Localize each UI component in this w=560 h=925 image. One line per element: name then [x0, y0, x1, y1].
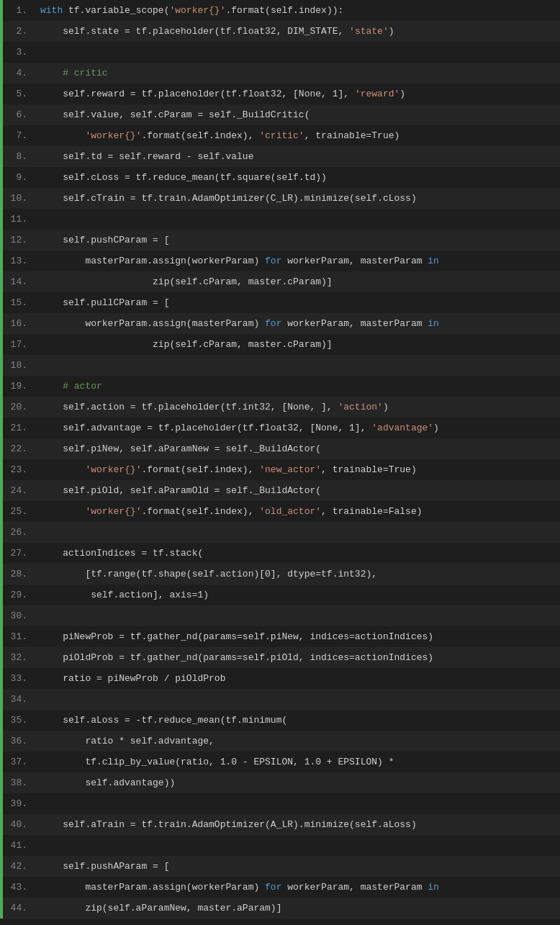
code-line-26: 26. — [0, 522, 560, 543]
line-number-27: 27. — [3, 543, 33, 564]
line-content-5: self.reward = tf.placeholder(tf.float32,… — [33, 84, 560, 104]
code-line-18: 18. — [0, 355, 560, 376]
code-line-32: 32. piOldProb = tf.gather_nd(params=self… — [0, 647, 560, 668]
line-number-21: 21. — [3, 418, 33, 438]
line-content-28: [tf.range(tf.shape(self.action)[0], dtyp… — [33, 564, 560, 585]
code-line-33: 33. ratio = piNewProb / piOldProb — [0, 668, 560, 689]
line-content-16: workerParam.assign(masterParam) for work… — [33, 313, 560, 334]
line-number-16: 16. — [3, 313, 33, 334]
code-line-14: 14. zip(self.cParam, master.cParam)] — [0, 271, 560, 292]
code-line-36: 36. ratio * self.advantage, — [0, 731, 560, 752]
code-line-7: 7. 'worker{}'.format(self.index), 'criti… — [0, 125, 560, 146]
line-content-6: self.value, self.cParam = self._BuildCri… — [33, 104, 560, 125]
code-line-25: 25. 'worker{}'.format(self.index), 'old_… — [0, 501, 560, 522]
code-line-12: 12. self.pushCParam = [ — [0, 230, 560, 251]
code-line-20: 20. self.action = tf.placeholder(tf.int3… — [0, 397, 560, 418]
line-content-38: self.advantage)) — [33, 772, 560, 793]
line-number-31: 31. — [3, 626, 33, 647]
code-line-24: 24. self.piOld, self.aParamOld = self._B… — [0, 480, 560, 501]
code-line-11: 11. — [0, 209, 560, 230]
line-number-18: 18. — [3, 355, 33, 376]
code-line-2: 2. self.state = tf.placeholder(tf.float3… — [0, 21, 560, 42]
line-number-38: 38. — [3, 772, 33, 793]
line-content-40: self.aTrain = tf.train.AdamOptimizer(A_L… — [33, 814, 560, 835]
line-number-19: 19. — [3, 376, 33, 397]
code-line-13: 13. masterParam.assign(workerParam) for … — [0, 251, 560, 271]
line-content-43: masterParam.assign(workerParam) for work… — [33, 877, 560, 898]
code-line-1: 1. with tf.variable_scope('worker{}'.for… — [0, 0, 560, 21]
code-line-38: 38. self.advantage)) — [0, 772, 560, 793]
line-content-14: zip(self.cParam, master.cParam)] — [33, 271, 560, 292]
line-number-30: 30. — [3, 605, 33, 626]
line-content-17: zip(self.cParam, master.cParam)] — [33, 334, 560, 355]
line-number-17: 17. — [3, 334, 33, 355]
line-content-12: self.pushCParam = [ — [33, 230, 560, 251]
code-line-40: 40. self.aTrain = tf.train.AdamOptimizer… — [0, 814, 560, 835]
line-number-32: 32. — [3, 647, 33, 668]
line-number-9: 9. — [3, 167, 33, 188]
code-line-44: 44. zip(self.aParamNew, master.aParam)] — [0, 898, 560, 919]
line-number-20: 20. — [3, 397, 33, 418]
line-number-34: 34. — [3, 689, 33, 710]
line-number-4: 4. — [3, 63, 33, 84]
code-line-30: 30. — [0, 605, 560, 626]
line-content-9: self.cLoss = tf.reduce_mean(tf.square(se… — [33, 167, 560, 188]
line-content-37: tf.clip_by_value(ratio, 1.0 - EPSILON, 1… — [33, 752, 560, 772]
code-editor: 1. with tf.variable_scope('worker{}'.for… — [0, 0, 560, 925]
line-content-15: self.pullCParam = [ — [33, 292, 560, 313]
line-number-29: 29. — [3, 585, 33, 605]
line-content-19: # actor — [33, 376, 560, 397]
line-content-44: zip(self.aParamNew, master.aParam)] — [33, 898, 560, 919]
line-content-32: piOldProb = tf.gather_nd(params=self.piO… — [33, 647, 560, 668]
line-number-44: 44. — [3, 898, 33, 919]
line-content-10: self.cTrain = tf.train.AdamOptimizer(C_L… — [33, 188, 560, 209]
code-line-28: 28. [tf.range(tf.shape(self.action)[0], … — [0, 564, 560, 585]
code-line-6: 6. self.value, self.cParam = self._Build… — [0, 104, 560, 125]
line-number-33: 33. — [3, 668, 33, 689]
code-line-42: 42. self.pushAParam = [ — [0, 856, 560, 877]
code-line-39: 39. — [0, 793, 560, 814]
line-content-31: piNewProb = tf.gather_nd(params=self.piN… — [33, 626, 560, 647]
code-line-43: 43. masterParam.assign(workerParam) for … — [0, 877, 560, 898]
line-content-2: self.state = tf.placeholder(tf.float32, … — [33, 21, 560, 42]
line-number-14: 14. — [3, 271, 33, 292]
code-line-41: 41. — [0, 835, 560, 856]
code-line-37: 37. tf.clip_by_value(ratio, 1.0 - EPSILO… — [0, 752, 560, 772]
line-number-3: 3. — [3, 42, 33, 63]
line-content-23: 'worker{}'.format(self.index), 'new_acto… — [33, 459, 560, 480]
line-content-21: self.advantage = tf.placeholder(tf.float… — [33, 418, 560, 438]
line-number-10: 10. — [3, 188, 33, 209]
line-content-1: with tf.variable_scope('worker{}'.format… — [33, 0, 560, 21]
line-content-20: self.action = tf.placeholder(tf.int32, [… — [33, 397, 560, 418]
line-content-24: self.piOld, self.aParamOld = self._Build… — [33, 480, 560, 501]
line-number-22: 22. — [3, 438, 33, 459]
line-number-11: 11. — [3, 209, 33, 230]
code-line-35: 35. self.aLoss = -tf.reduce_mean(tf.mini… — [0, 710, 560, 731]
line-number-7: 7. — [3, 125, 33, 146]
line-content-8: self.td = self.reward - self.value — [33, 146, 560, 167]
code-line-34: 34. — [0, 689, 560, 710]
line-content-42: self.pushAParam = [ — [33, 856, 560, 877]
line-number-25: 25. — [3, 501, 33, 522]
line-number-13: 13. — [3, 251, 33, 271]
code-line-10: 10. self.cTrain = tf.train.AdamOptimizer… — [0, 188, 560, 209]
line-content-35: self.aLoss = -tf.reduce_mean(tf.minimum( — [33, 710, 560, 731]
line-number-36: 36. — [3, 731, 33, 752]
code-line-29: 29. self.action], axis=1) — [0, 585, 560, 605]
line-number-41: 41. — [3, 835, 33, 856]
line-number-6: 6. — [3, 104, 33, 125]
line-content-36: ratio * self.advantage, — [33, 731, 560, 752]
line-number-28: 28. — [3, 564, 33, 585]
line-number-12: 12. — [3, 230, 33, 251]
line-number-1: 1. — [3, 0, 33, 21]
code-line-16: 16. workerParam.assign(masterParam) for … — [0, 313, 560, 334]
line-number-23: 23. — [3, 459, 33, 480]
line-content-7: 'worker{}'.format(self.index), 'critic',… — [33, 125, 560, 146]
line-content-25: 'worker{}'.format(self.index), 'old_acto… — [33, 501, 560, 522]
code-line-27: 27. actionIndices = tf.stack( — [0, 543, 560, 564]
line-number-42: 42. — [3, 856, 33, 877]
line-number-2: 2. — [3, 21, 33, 42]
line-content-29: self.action], axis=1) — [33, 585, 560, 605]
code-line-31: 31. piNewProb = tf.gather_nd(params=self… — [0, 626, 560, 647]
code-line-22: 22. self.piNew, self.aParamNew = self._B… — [0, 438, 560, 459]
